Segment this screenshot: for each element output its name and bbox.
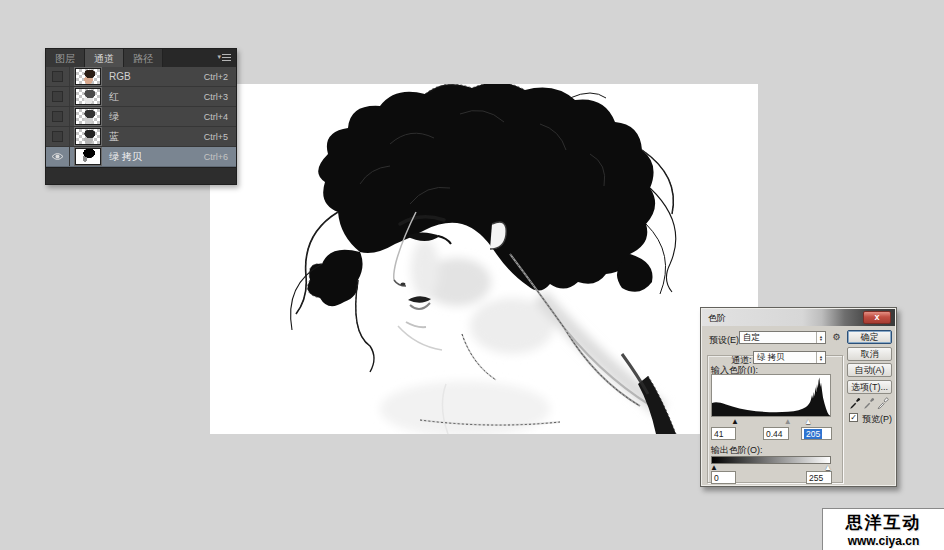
channel-label: 蓝 xyxy=(109,130,119,144)
chevron-down-icon: ▾ xyxy=(217,53,221,61)
channel-shortcut: Ctrl+6 xyxy=(204,152,228,162)
visibility-cell[interactable] xyxy=(46,127,70,146)
visibility-toggle[interactable] xyxy=(52,111,63,122)
visibility-toggle[interactable] xyxy=(52,71,63,82)
histogram-plot xyxy=(712,375,830,416)
channel-thumbnail[interactable] xyxy=(75,108,101,125)
channel-row-blue[interactable]: 蓝 Ctrl+5 xyxy=(46,127,236,147)
eye-icon[interactable] xyxy=(51,152,64,161)
channel-thumbnail[interactable] xyxy=(75,88,101,105)
photoshop-workspace: 图层 通道 路径 ▾ RGB Ctrl+2 红 Ctrl+3 绿 Ctrl+4 xyxy=(0,0,944,550)
ok-button[interactable]: 确定 xyxy=(847,330,892,344)
channels-panel: 图层 通道 路径 ▾ RGB Ctrl+2 红 Ctrl+3 绿 Ctrl+4 xyxy=(45,48,237,185)
input-black-field[interactable]: 41 xyxy=(711,427,736,440)
input-white-field[interactable]: 205 xyxy=(801,427,832,440)
input-slider-track: ▲ ▲ ▲ xyxy=(711,418,831,427)
visibility-cell[interactable] xyxy=(46,67,70,86)
panel-tab-bar: 图层 通道 路径 ▾ xyxy=(46,49,236,67)
tab-layers[interactable]: 图层 xyxy=(46,49,85,67)
channel-row-green[interactable]: 绿 Ctrl+4 xyxy=(46,107,236,127)
visibility-toggle[interactable] xyxy=(52,131,63,142)
visibility-cell[interactable] xyxy=(46,87,70,106)
input-gamma-slider[interactable]: ▲ xyxy=(784,417,792,426)
white-point-eyedropper-icon[interactable] xyxy=(877,397,889,409)
dialog-title: 色阶 xyxy=(708,312,726,325)
stepper-icon[interactable]: ▲▼ xyxy=(816,352,825,363)
black-point-eyedropper-icon[interactable] xyxy=(849,397,861,409)
cancel-button[interactable]: 取消 xyxy=(847,347,892,361)
channel-label: 红 xyxy=(109,90,119,104)
selected-text: 205 xyxy=(804,429,822,439)
stepper-icon[interactable]: ▲▼ xyxy=(816,332,825,343)
preview-label: 预览(P) xyxy=(862,413,892,426)
gear-icon[interactable]: ⚙ xyxy=(829,331,844,344)
levels-dialog: 色阶 x 预设(E): 自定 ▲▼ ⚙ 确定 取消 自动(A) 选项(T)...… xyxy=(700,307,897,487)
channel-shortcut: Ctrl+4 xyxy=(204,112,228,122)
options-button[interactable]: 选项(T)... xyxy=(847,380,892,394)
watermark-title: 思洋互动 xyxy=(846,511,922,534)
levels-histogram[interactable] xyxy=(711,374,831,417)
close-icon[interactable]: x xyxy=(863,311,891,324)
channel-shortcut: Ctrl+5 xyxy=(204,132,228,142)
channel-shortcut: Ctrl+2 xyxy=(204,72,228,82)
gray-point-eyedropper-icon[interactable] xyxy=(863,397,875,409)
panel-footer xyxy=(46,167,236,184)
channel-label: 绿 拷贝 xyxy=(109,150,142,164)
tab-channels[interactable]: 通道 xyxy=(85,49,124,67)
preset-label: 预设(E): xyxy=(709,334,742,347)
channel-thumbnail[interactable] xyxy=(75,128,101,145)
output-gradient-bar xyxy=(711,456,831,464)
preview-checkbox[interactable]: ✓ xyxy=(849,413,858,422)
watermark-url: www.ciya.cn xyxy=(848,534,920,548)
channel-label: 绿 xyxy=(109,110,119,124)
portrait-image xyxy=(210,84,758,434)
menu-bars-icon xyxy=(222,54,231,61)
channel-label: RGB xyxy=(109,71,131,82)
dialog-title-bar[interactable]: 色阶 x xyxy=(702,309,895,326)
panel-menu-icon[interactable]: ▾ xyxy=(217,53,231,61)
channel-select-value: 绿 拷贝 xyxy=(754,352,816,364)
channel-row-green-copy[interactable]: 绿 拷贝 Ctrl+6 xyxy=(46,147,236,167)
visibility-cell[interactable] xyxy=(46,147,70,166)
visibility-toggle[interactable] xyxy=(52,91,63,102)
channel-shortcut: Ctrl+3 xyxy=(204,92,228,102)
site-watermark: 思洋互动 www.ciya.cn xyxy=(822,508,944,550)
input-white-slider[interactable]: ▲ xyxy=(804,417,812,426)
channel-thumbnail[interactable] xyxy=(75,148,101,165)
channel-select[interactable]: 绿 拷贝 ▲▼ xyxy=(753,351,826,364)
auto-button[interactable]: 自动(A) xyxy=(847,363,892,377)
output-black-field[interactable]: 0 xyxy=(711,471,736,484)
visibility-cell[interactable] xyxy=(46,107,70,126)
preset-value: 自定 xyxy=(740,332,816,344)
channel-row-rgb[interactable]: RGB Ctrl+2 xyxy=(46,67,236,87)
input-black-slider[interactable]: ▲ xyxy=(731,417,739,426)
output-white-field[interactable]: 255 xyxy=(806,471,832,484)
channel-thumbnail[interactable] xyxy=(75,68,101,85)
channel-row-red[interactable]: 红 Ctrl+3 xyxy=(46,87,236,107)
document-canvas[interactable] xyxy=(210,84,758,434)
tab-paths[interactable]: 路径 xyxy=(124,49,163,67)
preset-select[interactable]: 自定 ▲▼ xyxy=(739,331,826,344)
input-gamma-field[interactable]: 0.44 xyxy=(763,427,789,440)
